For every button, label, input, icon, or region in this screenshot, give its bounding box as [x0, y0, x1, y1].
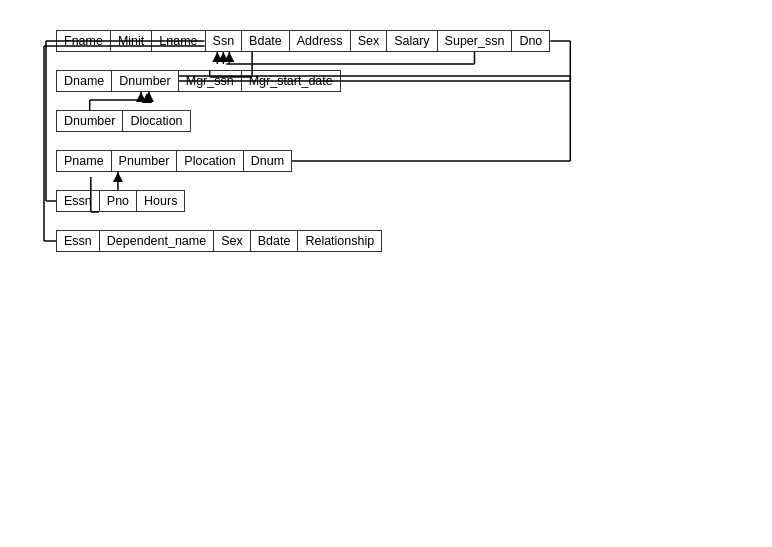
schema-container: Fname Minit Lname Ssn Bdate Address Sex …	[20, 30, 752, 252]
cell-lname: Lname	[151, 30, 205, 52]
dependent-section: Essn Dependent_name Sex Bdate Relationsh…	[56, 230, 772, 252]
dependent-table-row: Essn Dependent_name Sex Bdate Relationsh…	[56, 230, 772, 252]
cell-address: Address	[289, 30, 351, 52]
cell-mgr-ssn: Mgr_ssn	[178, 70, 242, 92]
diagram-wrapper: Fname Minit Lname Ssn Bdate Address Sex …	[56, 30, 772, 252]
works-on-table-row: Essn Pno Hours	[56, 190, 772, 212]
works-on-section: Essn Pno Hours	[56, 190, 772, 212]
cell-relationship: Relationship	[297, 230, 382, 252]
cell-dnumber-dept: Dnumber	[111, 70, 178, 92]
svg-marker-19	[136, 92, 146, 102]
cell-dno: Dno	[511, 30, 550, 52]
project-table-row: Pname Pnumber Plocation Dnum	[56, 150, 772, 172]
cell-bdate-dep: Bdate	[250, 230, 299, 252]
svg-marker-7	[224, 52, 234, 62]
cell-sex-dep: Sex	[213, 230, 251, 252]
employee-table-row: Fname Minit Lname Ssn Bdate Address Sex …	[56, 30, 772, 52]
dept-locations-section: Dnumber Dlocation	[56, 110, 772, 132]
employee-section: Fname Minit Lname Ssn Bdate Address Sex …	[56, 30, 772, 52]
svg-marker-11	[142, 93, 152, 103]
svg-marker-6	[218, 52, 228, 62]
cell-pname: Pname	[56, 150, 112, 172]
department-table-row: Dname Dnumber Mgr_ssn Mgr_start_date	[56, 70, 772, 92]
cell-pno: Pno	[99, 190, 137, 212]
cell-ssn: Ssn	[205, 30, 243, 52]
cell-dnumber-loc: Dnumber	[56, 110, 123, 132]
cell-dependent-name: Dependent_name	[99, 230, 214, 252]
cell-super-ssn: Super_ssn	[437, 30, 513, 52]
svg-marker-5	[212, 52, 222, 62]
cell-hours: Hours	[136, 190, 185, 212]
department-section: Dname Dnumber Mgr_ssn Mgr_start_date	[56, 70, 772, 92]
cell-essn-dep: Essn	[56, 230, 100, 252]
dept-locations-table-row: Dnumber Dlocation	[56, 110, 772, 132]
cell-bdate-emp: Bdate	[241, 30, 290, 52]
svg-lines	[56, 30, 772, 252]
svg-marker-25	[113, 172, 123, 182]
cell-sex-emp: Sex	[350, 30, 388, 52]
svg-marker-20	[144, 92, 154, 102]
cell-mgr-start-date: Mgr_start_date	[241, 70, 341, 92]
cell-pnumber: Pnumber	[111, 150, 178, 172]
cell-salary: Salary	[386, 30, 437, 52]
cell-minit: Minit	[110, 30, 152, 52]
cell-dlocation: Dlocation	[122, 110, 190, 132]
project-section: Pname Pnumber Plocation Dnum	[56, 150, 772, 172]
cell-plocation: Plocation	[176, 150, 243, 172]
cell-fname: Fname	[56, 30, 111, 52]
cell-dnum: Dnum	[243, 150, 292, 172]
cell-essn-wo: Essn	[56, 190, 100, 212]
cell-dname: Dname	[56, 70, 112, 92]
